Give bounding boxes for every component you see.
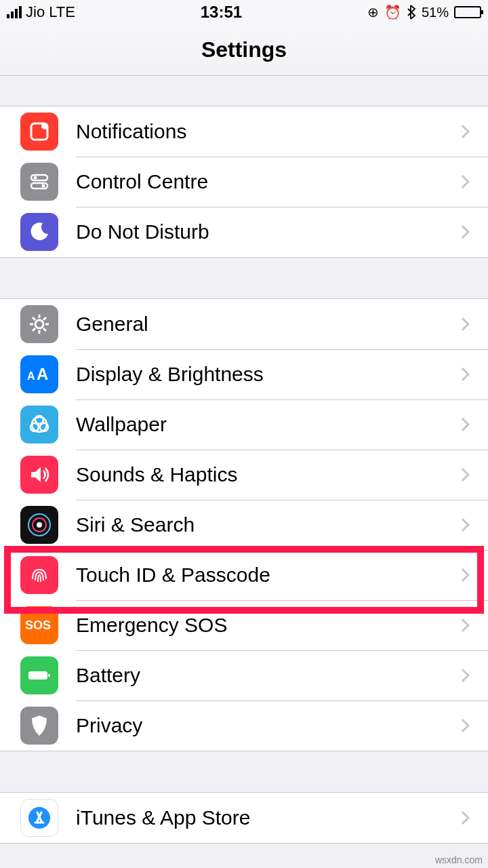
svg-line-14	[33, 328, 35, 331]
row-wallpaper[interactable]: Wallpaper	[0, 399, 488, 450]
row-label: Control Centre	[76, 170, 458, 193]
row-label: iTunes & App Store	[76, 806, 458, 829]
chevron-right-icon	[456, 568, 470, 582]
touchid-icon	[20, 556, 58, 594]
svg-line-12	[43, 328, 46, 331]
chevron-right-icon	[456, 719, 470, 732]
row-general[interactable]: General	[0, 299, 488, 349]
chevron-right-icon	[456, 518, 470, 532]
siri-icon	[20, 506, 58, 544]
sounds-icon	[20, 456, 58, 494]
row-control-centre[interactable]: Control Centre	[0, 157, 488, 207]
row-sos[interactable]: SOS Emergency SOS	[0, 600, 488, 650]
chevron-right-icon	[456, 175, 470, 189]
network-label: LTE	[49, 3, 75, 21]
battery-pct: 51%	[422, 5, 449, 20]
svg-point-23	[37, 522, 42, 528]
row-label: Wallpaper	[76, 413, 458, 436]
svg-rect-25	[28, 671, 47, 679]
row-battery[interactable]: Battery	[0, 650, 488, 701]
alarm-icon: ⏰	[384, 4, 401, 20]
chevron-right-icon	[456, 618, 470, 632]
status-time: 13:51	[201, 3, 242, 22]
svg-point-3	[34, 176, 37, 180]
row-touchid[interactable]: Touch ID & Passcode	[0, 550, 488, 600]
display-icon: AA	[20, 355, 58, 393]
battery-icon	[454, 6, 481, 18]
row-label: Battery	[76, 664, 458, 687]
bluetooth-icon	[407, 5, 416, 20]
chevron-right-icon	[456, 669, 470, 682]
control-centre-icon	[20, 163, 58, 201]
row-sounds[interactable]: Sounds & Haptics	[0, 450, 488, 500]
svg-point-5	[42, 184, 45, 188]
row-siri[interactable]: Siri & Search	[0, 500, 488, 550]
svg-text:SOS: SOS	[25, 618, 51, 632]
row-notifications[interactable]: Notifications	[0, 106, 488, 157]
status-bar: Jio LTE 13:51 ⊕ ⏰ 51%	[0, 0, 488, 24]
dnd-icon	[20, 213, 58, 251]
wallpaper-icon	[20, 406, 58, 443]
row-label: Emergency SOS	[76, 614, 458, 637]
status-right: ⊕ ⏰ 51%	[367, 4, 481, 20]
settings-group-3: iTunes & App Store	[0, 792, 488, 844]
battery-row-icon	[20, 656, 58, 694]
chevron-right-icon	[456, 125, 470, 138]
signal-icon	[7, 6, 22, 18]
orientation-lock-icon: ⊕	[367, 4, 379, 20]
watermark: wsxdn.com	[435, 854, 483, 865]
svg-text:A: A	[27, 370, 35, 382]
svg-point-6	[35, 320, 43, 328]
sos-icon: SOS	[20, 606, 58, 644]
appstore-icon	[20, 799, 58, 837]
carrier-label: Jio	[26, 3, 45, 21]
chevron-right-icon	[456, 811, 470, 825]
chevron-right-icon	[456, 468, 470, 481]
chevron-right-icon	[456, 368, 470, 381]
row-privacy[interactable]: Privacy	[0, 701, 488, 751]
row-display[interactable]: AA Display & Brightness	[0, 349, 488, 399]
general-icon	[20, 305, 58, 343]
svg-line-13	[43, 317, 46, 320]
svg-rect-26	[48, 674, 50, 677]
status-left: Jio LTE	[7, 3, 75, 21]
row-label: Do Not Disturb	[76, 220, 458, 243]
page-title: Settings	[201, 37, 287, 62]
row-label: General	[76, 313, 458, 336]
nav-bar: Settings	[0, 24, 488, 76]
row-label: Sounds & Haptics	[76, 463, 458, 486]
chevron-right-icon	[456, 418, 470, 431]
row-itunes[interactable]: iTunes & App Store	[0, 793, 488, 843]
chevron-right-icon	[456, 225, 470, 239]
privacy-icon	[20, 707, 58, 745]
row-label: Notifications	[76, 120, 458, 143]
svg-text:A: A	[37, 365, 48, 383]
settings-group-1: Notifications Control Centre Do Not Dist…	[0, 106, 488, 258]
row-label: Touch ID & Passcode	[76, 564, 458, 587]
row-label: Siri & Search	[76, 513, 458, 536]
row-dnd[interactable]: Do Not Disturb	[0, 207, 488, 257]
notifications-icon	[20, 113, 58, 151]
svg-point-1	[41, 123, 48, 130]
chevron-right-icon	[456, 317, 470, 331]
row-label: Display & Brightness	[76, 363, 458, 386]
svg-line-11	[33, 317, 35, 320]
settings-group-2: General AA Display & Brightness Wallpape…	[0, 298, 488, 751]
row-label: Privacy	[76, 714, 458, 737]
